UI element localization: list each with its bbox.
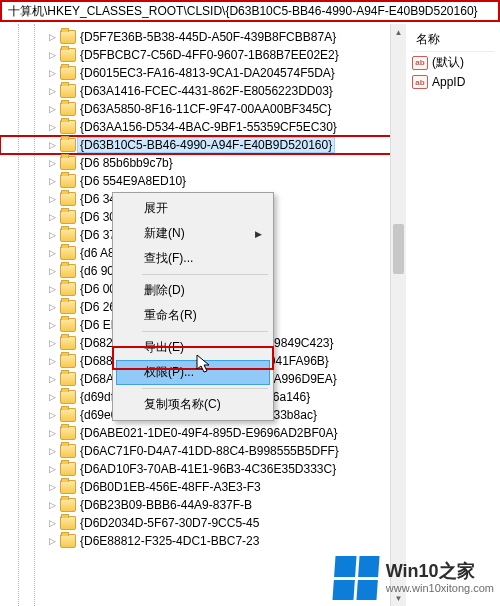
folder-icon [60, 246, 76, 260]
context-menu[interactable]: 展开新建(N)▶查找(F)...删除(D)重命名(R)导出(E)权限(P)...… [112, 192, 274, 421]
expand-icon[interactable]: ▷ [46, 248, 58, 258]
tree-item[interactable]: ▷{D6E88812-F325-4DC1-BBC7-23 [0, 532, 405, 550]
expand-icon[interactable]: ▷ [46, 392, 58, 402]
tree-item[interactable]: ▷{D63A5850-8F16-11CF-9F47-00AA00BF345C} [0, 100, 405, 118]
folder-icon [60, 192, 76, 206]
folder-icon [60, 66, 76, 80]
menu-item[interactable]: 新建(N)▶ [116, 221, 270, 246]
expand-icon[interactable]: ▷ [46, 482, 58, 492]
tree-item[interactable]: ▷{D6B0D1EB-456E-48FF-A3E3-F3 [0, 478, 405, 496]
scroll-thumb[interactable] [393, 224, 404, 274]
expand-icon[interactable]: ▷ [46, 338, 58, 348]
folder-icon [60, 336, 76, 350]
menu-item-label: 删除(D) [144, 282, 185, 299]
scroll-up-arrow[interactable]: ▲ [391, 24, 406, 40]
expand-icon[interactable]: ▷ [46, 536, 58, 546]
expand-icon[interactable]: ▷ [46, 86, 58, 96]
expand-icon[interactable]: ▷ [46, 194, 58, 204]
menu-item-label: 复制项名称(C) [144, 396, 221, 413]
expand-icon[interactable]: ▷ [46, 32, 58, 42]
expand-icon[interactable]: ▷ [46, 158, 58, 168]
vertical-scrollbar[interactable]: ▲ ▼ [390, 24, 406, 606]
folder-icon [60, 300, 76, 314]
expand-icon[interactable]: ▷ [46, 500, 58, 510]
expand-icon[interactable]: ▷ [46, 320, 58, 330]
folder-icon [60, 156, 76, 170]
menu-item[interactable]: 导出(E) [116, 335, 270, 360]
expand-icon[interactable]: ▷ [46, 230, 58, 240]
column-header-name[interactable]: 名称 [412, 28, 494, 52]
tree-item-label: {D6015EC3-FA16-4813-9CA1-DA204574F5DA} [80, 66, 335, 80]
expand-icon[interactable]: ▷ [46, 122, 58, 132]
tree-item-label: {D63A5850-8F16-11CF-9F47-00AA00BF345C} [80, 102, 331, 116]
menu-item[interactable]: 权限(P)... [116, 360, 270, 385]
expand-icon[interactable]: ▷ [46, 446, 58, 456]
menu-item[interactable]: 复制项名称(C) [116, 392, 270, 417]
folder-icon [60, 462, 76, 476]
tree-item-label: {D5F7E36B-5B38-445D-A50F-439B8FCBB87A} [80, 30, 336, 44]
tree-item-label: {D6 85b6bb9c7b} [80, 156, 173, 170]
tree-item[interactable]: ▷{D5F7E36B-5B38-445D-A50F-439B8FCBB87A} [0, 28, 405, 46]
tree-item[interactable]: ▷{D6AC71F0-D4A7-41DD-88C4-B998555B5DFF} [0, 442, 405, 460]
folder-icon [60, 120, 76, 134]
tree-item[interactable]: ▷{D63A1416-FCEC-4431-862F-E8056223DD03} [0, 82, 405, 100]
tree-item[interactable]: ▷{D6ABE021-1DE0-49F4-895D-E9696AD2BF0A} [0, 424, 405, 442]
expand-icon[interactable]: ▷ [46, 428, 58, 438]
menu-item[interactable]: 删除(D) [116, 278, 270, 303]
tree-item[interactable]: ▷{D5FBCBC7-C56D-4FF0-9607-1B68B7EE02E2} [0, 46, 405, 64]
expand-icon[interactable]: ▷ [46, 104, 58, 114]
tree-item[interactable]: ▷{D6AD10F3-70AB-41E1-96B3-4C36E35D333C} [0, 460, 405, 478]
expand-icon[interactable]: ▷ [46, 302, 58, 312]
tree-item[interactable]: ▷{D6 554E9A8ED10} [0, 172, 405, 190]
address-bar[interactable]: 十算机\HKEY_CLASSES_ROOT\CLSID\{D63B10C5-BB… [0, 0, 500, 22]
address-text: 十算机\HKEY_CLASSES_ROOT\CLSID\{D63B10C5-BB… [8, 3, 478, 20]
tree-item-label: {D6E88812-F325-4DC1-BBC7-23 [80, 534, 259, 548]
folder-icon [60, 372, 76, 386]
expand-icon[interactable]: ▷ [46, 212, 58, 222]
menu-separator [142, 388, 268, 389]
expand-icon[interactable]: ▷ [46, 176, 58, 186]
tree-item[interactable]: ▷{D6B23B09-BBB6-44A9-837F-B [0, 496, 405, 514]
folder-icon [60, 354, 76, 368]
expand-icon[interactable]: ▷ [46, 410, 58, 420]
menu-item[interactable]: 查找(F)... [116, 246, 270, 271]
value-row[interactable]: ab(默认) [412, 52, 494, 73]
string-value-icon: ab [412, 75, 428, 89]
expand-icon[interactable]: ▷ [46, 356, 58, 366]
expand-icon[interactable]: ▷ [46, 518, 58, 528]
folder-icon [60, 426, 76, 440]
expand-icon[interactable]: ▷ [46, 140, 58, 150]
expand-icon[interactable]: ▷ [46, 266, 58, 276]
folder-icon [60, 408, 76, 422]
menu-item[interactable]: 展开 [116, 196, 270, 221]
expand-icon[interactable]: ▷ [46, 68, 58, 78]
folder-icon [60, 534, 76, 548]
tree-item[interactable]: ▷{D6 85b6bb9c7b} [0, 154, 405, 172]
menu-item-label: 展开 [144, 200, 168, 217]
expand-icon[interactable]: ▷ [46, 464, 58, 474]
tree-item[interactable]: ▷{D6D2034D-5F67-30D7-9CC5-45 [0, 514, 405, 532]
folder-icon [60, 516, 76, 530]
tree-item-label: {D6 554E9A8ED10} [80, 174, 186, 188]
menu-item[interactable]: 重命名(R) [116, 303, 270, 328]
tree-item-label: {D6AD10F3-70AB-41E1-96B3-4C36E35D333C} [80, 462, 336, 476]
tree-item-label: {D5FBCBC7-C56D-4FF0-9607-1B68B7EE02E2} [80, 48, 339, 62]
tree-item[interactable]: ▷{D6015EC3-FA16-4813-9CA1-DA204574F5DA} [0, 64, 405, 82]
folder-icon [60, 498, 76, 512]
folder-icon [60, 84, 76, 98]
tree-item[interactable]: ▷{D63AA156-D534-4BAC-9BF1-55359CF5EC30} [0, 118, 405, 136]
value-row[interactable]: abAppID [412, 73, 494, 91]
expand-icon[interactable]: ▷ [46, 50, 58, 60]
expand-icon[interactable]: ▷ [46, 284, 58, 294]
folder-icon [60, 138, 76, 152]
menu-item-label: 重命名(R) [144, 307, 197, 324]
tree-item-label: {D6B0D1EB-456E-48FF-A3E3-F3 [80, 480, 261, 494]
folder-icon [60, 480, 76, 494]
tree-item[interactable]: ▷{D63B10C5-BB46-4990-A94F-E40B9D520160} [0, 136, 405, 154]
folder-icon [60, 444, 76, 458]
menu-separator [142, 274, 268, 275]
menu-item-label: 新建(N) [144, 225, 185, 242]
folder-icon [60, 102, 76, 116]
folder-icon [60, 390, 76, 404]
expand-icon[interactable]: ▷ [46, 374, 58, 384]
